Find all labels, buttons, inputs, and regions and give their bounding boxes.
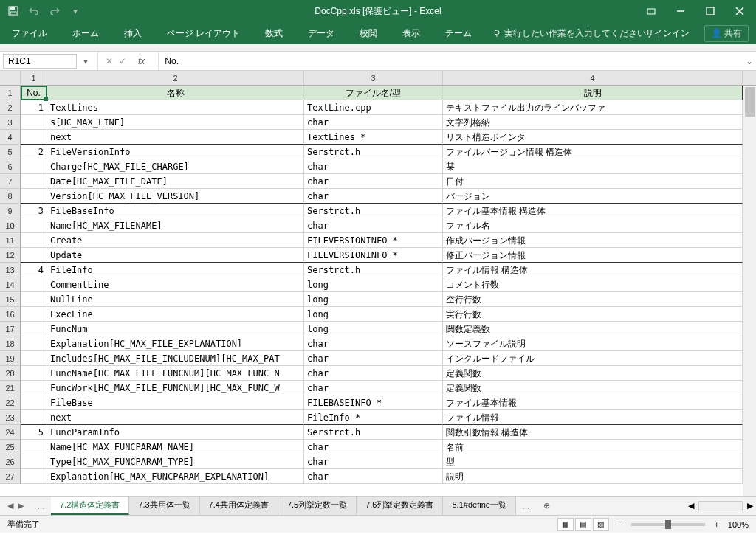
row-header[interactable]: 17 [0,322,21,336]
row-header[interactable]: 23 [0,410,21,425]
spreadsheet-grid[interactable]: 1 2 3 4 1 No. 名称 ファイル名/型 説明 21TextLinesT… [0,71,756,496]
row-header[interactable]: 18 [0,336,21,351]
cell-desc[interactable]: インクルードファイル [443,351,743,366]
cell-no[interactable]: 4 [21,263,47,277]
col-header[interactable]: 4 [443,71,743,85]
cell-no[interactable] [21,395,47,410]
cell-file[interactable]: char [304,115,443,130]
row-header[interactable]: 3 [0,115,21,130]
tab-data[interactable]: データ [303,24,339,43]
cell-file[interactable]: char [304,469,443,484]
cell-desc[interactable]: 定義関数 [443,366,743,381]
col-header[interactable]: 2 [47,71,304,85]
pagebreak-view-icon[interactable]: ▧ [593,518,609,531]
normal-view-icon[interactable]: ▦ [557,518,574,531]
cell-no[interactable] [21,277,47,292]
cell-no[interactable] [21,292,47,307]
namebox-dropdown-icon[interactable]: ▾ [80,56,92,66]
cell-no[interactable]: 5 [21,425,47,440]
cell-no[interactable] [21,307,47,322]
row-header[interactable]: 20 [0,366,21,381]
cell-name[interactable]: Explanation[HC_MAX_FILE_EXPLANATION] [47,336,304,351]
pagelayout-view-icon[interactable]: ▤ [575,518,591,531]
cell-file[interactable]: long [304,277,443,292]
formula-input[interactable] [159,54,743,69]
cell-no[interactable] [21,366,47,381]
row-header[interactable]: 16 [0,307,21,322]
cell-name[interactable]: Name[HC_MAX_FUNCPARAM_NAME] [47,440,304,454]
cell-no[interactable] [21,115,47,130]
row-header[interactable]: 14 [0,277,21,292]
cell-file[interactable]: char [304,366,443,381]
enter-icon[interactable]: ✓ [119,56,126,66]
sheet-prev-icon[interactable]: ◀ [7,501,13,511]
fx-icon[interactable]: fx [132,56,151,66]
cell-desc[interactable]: 日付 [443,174,743,189]
row-header[interactable]: 21 [0,381,21,395]
cell-no[interactable] [21,130,47,145]
cell-desc[interactable]: ファイル情報 [443,410,743,425]
cell-file[interactable]: Serstrct.h [304,425,443,440]
row-header[interactable]: 22 [0,395,21,410]
row-header[interactable]: 13 [0,263,21,277]
cell-desc[interactable]: 空行行数 [443,292,743,307]
horizontal-scrollbar[interactable] [698,501,743,511]
ribbon-options-icon[interactable] [644,4,659,18]
select-all-corner[interactable] [0,71,21,85]
row-header[interactable]: 2 [0,100,21,115]
header-cell-no[interactable]: No. [21,86,47,100]
cell-file[interactable]: char [304,159,443,174]
sheet-tab[interactable]: 7.4共用体定義書 [200,497,278,515]
cell-name[interactable]: Charge[HC_MAX_FILE_CHARGE] [47,159,304,174]
tab-formulas[interactable]: 数式 [261,24,287,43]
cell-name[interactable]: FileBaseInfo [47,204,304,218]
scroll-thumb[interactable] [745,87,755,117]
cell-desc[interactable]: ファイル情報 構造体 [443,263,743,277]
zoom-in-icon[interactable]: + [714,520,718,529]
sheet-tab[interactable]: 7.6列挙定数定義書 [357,497,443,515]
cell-desc[interactable]: 関数引数情報 構造体 [443,425,743,440]
cell-file[interactable]: char [304,381,443,395]
vertical-scrollbar[interactable] [743,86,756,496]
col-header[interactable]: 3 [304,71,443,85]
cell-no[interactable] [21,189,47,204]
cell-file[interactable]: TextLine.cpp [304,100,443,115]
redo-icon[interactable] [49,5,61,17]
cell-no[interactable] [21,248,47,263]
row-header[interactable]: 4 [0,130,21,145]
zoom-level[interactable]: 100% [728,520,749,529]
cell-name[interactable]: FileInfo [47,263,304,277]
cell-name[interactable]: Update [47,248,304,263]
cell-name[interactable]: FileBase [47,395,304,410]
cell-file[interactable]: Serstrct.h [304,263,443,277]
cell-no[interactable] [21,410,47,425]
cell-file[interactable]: char [304,440,443,454]
row-header[interactable]: 25 [0,440,21,454]
tab-review[interactable]: 校閲 [355,24,382,43]
cell-desc[interactable]: 定義関数 [443,381,743,395]
cancel-icon[interactable]: ✕ [106,56,113,66]
cell-name[interactable]: next [47,410,304,425]
cell-no[interactable]: 2 [21,145,47,159]
row-header[interactable]: 9 [0,204,21,218]
row-header[interactable]: 27 [0,469,21,484]
tab-home[interactable]: ホーム [68,24,103,43]
hscroll-left-icon[interactable]: ◀ [688,501,694,511]
cell-no[interactable] [21,233,47,248]
cell-file[interactable]: FILEVERSIONINFO * [304,233,443,248]
cell-file[interactable]: FILEBASEINFO * [304,395,443,410]
cell-name[interactable]: Includes[HC_MAX_FILE_INCLUDENUM][HC_MAX_… [47,351,304,366]
sheet-tab[interactable]: 7.3共用体一覧 [129,497,199,515]
cell-desc[interactable]: ファイルバージョン情報 構造体 [443,145,743,159]
cell-desc[interactable]: 作成バージョン情報 [443,233,743,248]
cell-name[interactable]: Date[HC_MAX_FILE_DATE] [47,174,304,189]
cell-desc[interactable]: リスト構造ポインタ [443,130,743,145]
sheet-next-icon[interactable]: ▶ [18,501,24,511]
cell-desc[interactable]: 文字列格納 [443,115,743,130]
header-cell-name[interactable]: 名称 [47,86,304,100]
tab-file[interactable]: ファイル [7,24,52,43]
cell-name[interactable]: Name[HC_MAX_FILENAME] [47,218,304,233]
qat-dropdown-icon[interactable]: ▾ [69,5,81,17]
cell-desc[interactable]: 某 [443,159,743,174]
cell-name[interactable]: ExecLine [47,307,304,322]
